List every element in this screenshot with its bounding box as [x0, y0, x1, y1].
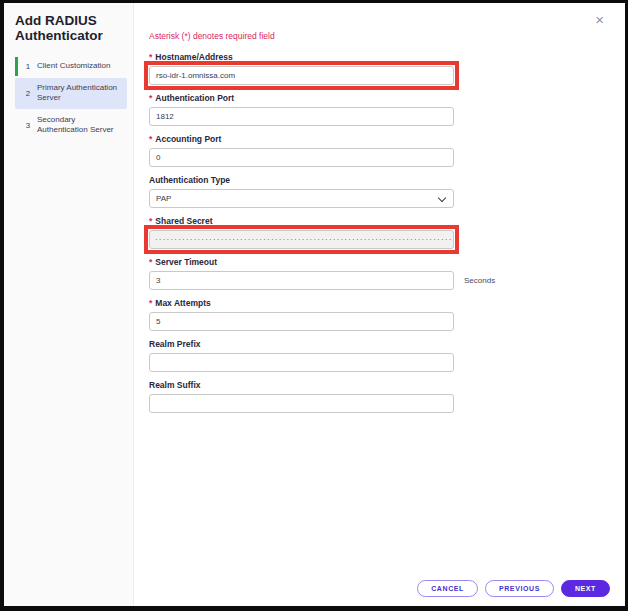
max-attempts-input[interactable] — [149, 312, 454, 331]
step-primary-authentication-server[interactable]: 2 Primary Authentication Server — [15, 78, 127, 109]
selected-option-label: PAP — [156, 194, 171, 203]
step-number: 1 — [24, 62, 32, 71]
field-label: *Hostname/Address — [149, 52, 454, 62]
field-server-timeout: *Server Timeout Seconds — [149, 257, 625, 290]
step-secondary-authentication-server[interactable]: 3 Secondary Authentication Server — [15, 110, 127, 141]
field-authentication-port: *Authentication Port — [149, 93, 454, 126]
next-button[interactable]: NEXT — [561, 580, 610, 597]
completed-step-indicator-bar — [15, 57, 18, 76]
field-label: *Shared Secret — [149, 216, 454, 226]
step-label: Secondary Authentication Server — [37, 115, 124, 136]
field-max-attempts: *Max Attempts — [149, 298, 454, 331]
accounting-port-input[interactable] — [149, 148, 454, 167]
required-asterisk: * — [149, 52, 152, 62]
step-client-customization[interactable]: 1 Client Customization — [15, 56, 127, 77]
realm-suffix-input[interactable] — [149, 394, 454, 413]
close-icon[interactable]: × — [595, 12, 604, 27]
hostname-address-input[interactable] — [149, 66, 454, 85]
chevron-down-icon — [438, 194, 446, 202]
required-field-note: Asterisk (*) denotes required field — [149, 31, 625, 41]
add-radius-authenticator-dialog: Add RADIUS Authenticator 1 Client Custom… — [0, 0, 628, 611]
authentication-port-input[interactable] — [149, 107, 454, 126]
field-hostname-address: *Hostname/Address — [149, 52, 454, 85]
server-timeout-input[interactable] — [149, 271, 454, 290]
dialog-title: Add RADIUS Authenticator — [15, 13, 127, 43]
field-realm-prefix: Realm Prefix — [149, 339, 454, 372]
authentication-type-select[interactable]: PAP — [149, 189, 454, 208]
step-number: 2 — [24, 89, 32, 98]
seconds-unit-label: Seconds — [464, 276, 495, 285]
field-label: *Server Timeout — [149, 257, 625, 267]
field-label: Realm Prefix — [149, 339, 454, 349]
previous-button[interactable]: PREVIOUS — [485, 580, 554, 597]
realm-prefix-input[interactable] — [149, 353, 454, 372]
field-label: *Authentication Port — [149, 93, 454, 103]
step-label: Client Customization — [37, 61, 110, 72]
step-number: 3 — [24, 121, 32, 130]
required-asterisk: * — [149, 216, 152, 226]
field-authentication-type: Authentication Type PAP — [149, 175, 454, 208]
field-realm-suffix: Realm Suffix — [149, 380, 454, 413]
shared-secret-input[interactable]: ········································… — [149, 230, 454, 249]
field-shared-secret: *Shared Secret ·························… — [149, 216, 454, 249]
dialog-footer: CANCEL PREVIOUS NEXT — [417, 580, 610, 597]
field-label: *Max Attempts — [149, 298, 454, 308]
cancel-button[interactable]: CANCEL — [417, 580, 478, 597]
shared-secret-annotation-box: ········································… — [149, 230, 454, 249]
required-asterisk: * — [149, 134, 152, 144]
form-panel: × Asterisk (*) denotes required field *H… — [134, 3, 625, 606]
required-asterisk: * — [149, 257, 152, 267]
field-accounting-port: *Accounting Port — [149, 134, 454, 167]
step-label: Primary Authentication Server — [37, 83, 124, 104]
field-label: Realm Suffix — [149, 380, 454, 390]
field-label: *Accounting Port — [149, 134, 454, 144]
required-asterisk: * — [149, 298, 152, 308]
hostname-annotation-box — [149, 66, 454, 85]
field-label: Authentication Type — [149, 175, 454, 185]
wizard-sidebar: Add RADIUS Authenticator 1 Client Custom… — [4, 3, 134, 606]
required-asterisk: * — [149, 93, 152, 103]
